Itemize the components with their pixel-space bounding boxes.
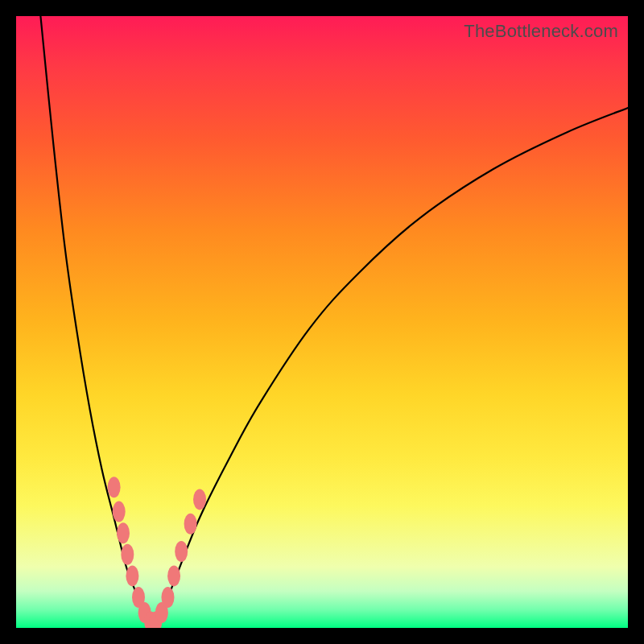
- marker-point: [184, 514, 197, 535]
- curve-right-branch: [151, 108, 628, 628]
- marker-point: [113, 502, 126, 522]
- marker-point: [175, 541, 188, 562]
- marker-point: [193, 489, 206, 510]
- marker-point: [161, 587, 174, 608]
- curve-layer: [16, 16, 628, 628]
- marker-point: [126, 565, 138, 586]
- marker-point: [117, 522, 130, 543]
- chart-frame: TheBottleneck.com: [0, 0, 644, 644]
- plot-area: TheBottleneck.com: [16, 16, 628, 628]
- marker-group: [108, 477, 206, 628]
- marker-point: [121, 544, 134, 565]
- watermark-text: TheBottleneck.com: [464, 21, 618, 42]
- curve-left-branch: [40, 16, 151, 628]
- marker-point: [108, 477, 121, 497]
- marker-point: [167, 565, 180, 586]
